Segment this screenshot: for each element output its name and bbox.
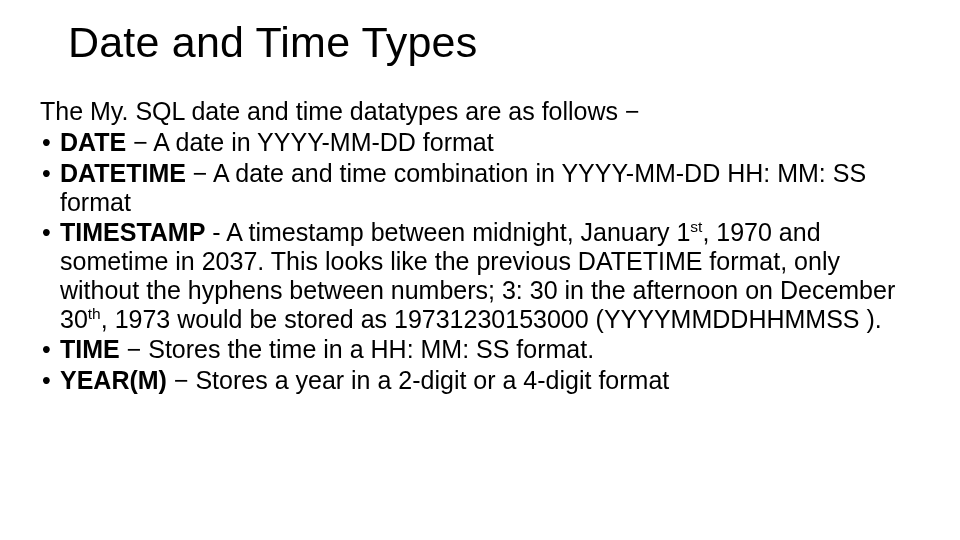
item-desc: − Stores the time in a HH: MM: SS format… (120, 335, 594, 363)
item-term: TIMESTAMP (60, 218, 205, 246)
item-desc: − A date in YYYY-MM-DD format (126, 128, 494, 156)
item-term: DATETIME (60, 159, 186, 187)
slide-body: The My. SQL date and time datatypes are … (40, 97, 920, 395)
item-term: TIME (60, 335, 120, 363)
list-item: TIME − Stores the time in a HH: MM: SS f… (40, 335, 920, 364)
item-desc: − Stores a year in a 2-digit or a 4-digi… (167, 366, 669, 394)
item-desc-part: - A timestamp between midnight, January … (205, 218, 690, 246)
ordinal-sup: st (690, 218, 702, 235)
list-item: TIMESTAMP - A timestamp between midnight… (40, 218, 920, 333)
item-desc-part: , 1973 would be stored as 19731230153000… (101, 305, 882, 333)
item-term: DATE (60, 128, 126, 156)
slide: Date and Time Types The My. SQL date and… (0, 0, 960, 540)
intro-text: The My. SQL date and time datatypes are … (40, 97, 920, 126)
list-item: DATE − A date in YYYY-MM-DD format (40, 128, 920, 157)
bullet-list: DATE − A date in YYYY-MM-DD format DATET… (40, 128, 920, 395)
ordinal-sup: th (88, 304, 101, 321)
list-item: YEAR(M) − Stores a year in a 2-digit or … (40, 366, 920, 395)
list-item: DATETIME − A date and time combination i… (40, 159, 920, 217)
item-term: YEAR(M) (60, 366, 167, 394)
slide-title: Date and Time Types (68, 18, 920, 67)
